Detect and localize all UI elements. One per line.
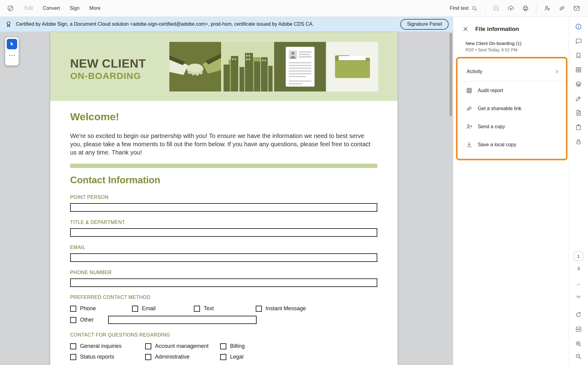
- folder-image: [326, 42, 378, 91]
- send-a-copy-item[interactable]: Send a copy: [458, 117, 566, 136]
- instant-message-checkbox[interactable]: [256, 306, 262, 312]
- instant-message-checkbox-label: Instant Message: [266, 305, 306, 312]
- form-title-line1: NEW CLIENT: [70, 57, 146, 70]
- checkbox-item: Account management: [145, 343, 220, 349]
- acrobat-window: Edit Convert Sign More Find text: [0, 0, 588, 365]
- chevron-up-icon: [575, 281, 582, 288]
- checkbox-item: Email: [132, 305, 194, 312]
- security-tab[interactable]: [575, 138, 582, 146]
- document-icon: [575, 109, 582, 117]
- total-pages-label: 3: [577, 266, 580, 271]
- save-button[interactable]: [490, 2, 503, 14]
- share-link-button[interactable]: [556, 2, 568, 14]
- current-page-input[interactable]: 1: [574, 251, 583, 261]
- billing-label: Billing: [230, 343, 245, 349]
- preferred-contact-method-label: PREFERRED CONTACT METHOD: [70, 294, 378, 300]
- more-tools-button[interactable]: ⋯: [9, 52, 15, 59]
- close-panel-button[interactable]: [461, 25, 470, 33]
- toolbar-separator: [485, 4, 485, 12]
- legal-label: Legal: [230, 354, 243, 360]
- checkbox-item: General inquiries: [70, 343, 145, 349]
- save-to-cloud-button[interactable]: [504, 2, 517, 14]
- cloud-upload-icon: [507, 5, 514, 12]
- zoom-out-button[interactable]: [575, 352, 582, 360]
- attachments-tab[interactable]: [575, 123, 582, 131]
- document-column: Certified by Adobe Sign, a Document Clou…: [0, 17, 453, 365]
- fit-page-button[interactable]: [575, 325, 582, 333]
- other-text-field[interactable]: [108, 316, 257, 324]
- point-person-field[interactable]: [70, 203, 377, 212]
- pdf-page: NEW CLIENT ON-BOARDING: [50, 32, 398, 365]
- title-department-label: TITLE & DEPARTMENT: [70, 219, 378, 225]
- print-button[interactable]: [519, 2, 532, 14]
- signature-panel-button[interactable]: Signature Panel: [400, 19, 449, 30]
- find-text-label: Find text: [450, 6, 469, 11]
- vertical-scrollbar[interactable]: [450, 33, 452, 116]
- zoom-in-button[interactable]: [575, 340, 582, 348]
- checkbox-item: Instant Message: [256, 305, 306, 312]
- layers-tab[interactable]: [575, 80, 582, 88]
- other-checkbox[interactable]: [70, 317, 76, 323]
- signatures-tab[interactable]: [575, 95, 582, 102]
- toolbar-left: Edit Convert Sign More: [5, 3, 105, 14]
- close-icon: [462, 25, 469, 33]
- billing-checkbox[interactable]: [220, 343, 226, 349]
- account-management-checkbox[interactable]: [145, 343, 151, 349]
- file-information-panel: File information New Client On-boarding …: [453, 17, 569, 365]
- certification-banner: Certified by Adobe Sign, a Document Clou…: [0, 17, 453, 32]
- city-skyline-image: [222, 42, 273, 91]
- comments-tab[interactable]: [575, 37, 582, 45]
- menu-more[interactable]: More: [85, 3, 105, 13]
- request-signatures-button[interactable]: [541, 2, 554, 14]
- status-reports-label: Status reports: [80, 354, 114, 360]
- page-thumbnails-tab[interactable]: [575, 66, 582, 74]
- next-page-button[interactable]: [575, 293, 582, 301]
- audit-report-item[interactable]: Audit report: [458, 81, 566, 99]
- checkbox-item: Text: [194, 305, 256, 312]
- email-checkbox[interactable]: [132, 306, 138, 312]
- form-field: PHONE NUMBER: [70, 270, 378, 287]
- title-department-field[interactable]: [70, 228, 377, 237]
- file-name: New Client On-boarding (1): [466, 41, 569, 46]
- other-checkbox-label: Other: [80, 317, 94, 323]
- administrative-checkbox[interactable]: [145, 354, 151, 360]
- phone-checkbox[interactable]: [70, 306, 76, 312]
- find-text-button[interactable]: Find text: [447, 3, 481, 13]
- activity-row[interactable]: Activity: [458, 62, 566, 81]
- print-icon: [522, 5, 529, 12]
- save-local-copy-item[interactable]: Save a local copy: [458, 136, 566, 154]
- form-field: TITLE & DEPARTMENT: [70, 219, 378, 237]
- legal-checkbox[interactable]: [220, 354, 226, 360]
- select-tool-button[interactable]: [7, 39, 17, 49]
- file-information-tab[interactable]: [575, 23, 582, 31]
- link-icon: [558, 5, 566, 12]
- menu-convert[interactable]: Convert: [39, 3, 64, 13]
- bookmark-icon: [575, 52, 582, 59]
- phone-number-field[interactable]: [70, 278, 377, 287]
- contact-information-heading: Contact Information: [70, 175, 378, 186]
- text-checkbox[interactable]: [194, 306, 200, 312]
- previous-page-button[interactable]: [575, 281, 582, 289]
- general-inquiries-checkbox[interactable]: [70, 343, 76, 349]
- app-menu-icon[interactable]: [5, 3, 16, 14]
- get-shareable-link-label: Get a shareable link: [478, 106, 521, 111]
- menu-sign[interactable]: Sign: [66, 3, 84, 13]
- send-by-email-button[interactable]: [570, 2, 583, 14]
- right-column: File information New Client On-boarding …: [453, 17, 588, 365]
- clipboard-icon: [575, 124, 582, 131]
- certificate-badge-icon: [5, 20, 12, 28]
- search-icon: [471, 5, 478, 12]
- other-contact-row: Other: [70, 316, 378, 324]
- email-field[interactable]: [70, 253, 377, 262]
- form-body: Welcome! We're so excited to begin our p…: [50, 101, 398, 360]
- chevron-right-icon: [554, 69, 560, 75]
- phone-checkbox-label: Phone: [80, 305, 96, 312]
- rotate-view-button[interactable]: [575, 311, 582, 319]
- content-tab[interactable]: [575, 109, 582, 117]
- download-icon: [466, 141, 473, 148]
- bookmarks-tab[interactable]: [575, 51, 582, 59]
- get-shareable-link-item[interactable]: Get a shareable link: [458, 99, 566, 117]
- content-area: Certified by Adobe Sign, a Document Clou…: [0, 17, 588, 365]
- status-reports-checkbox[interactable]: [70, 354, 76, 360]
- save-icon: [492, 5, 500, 12]
